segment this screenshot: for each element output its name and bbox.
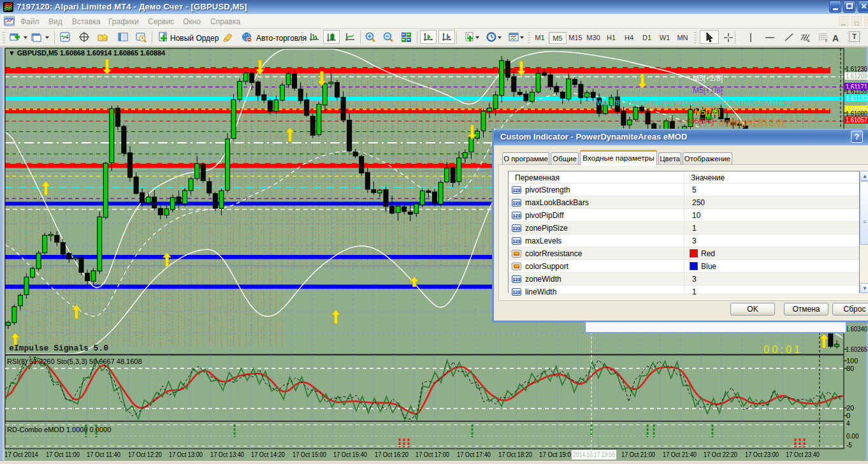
svg-text:17 Oct 12:20: 17 Oct 12:20 [128, 451, 162, 458]
svg-text:M5[7/8]: M5[7/8] [695, 108, 720, 117]
svg-text:-5: -5 [846, 442, 852, 449]
svg-text:17 Oct 15:00: 17 Oct 15:00 [293, 451, 326, 458]
svg-text:eImpulse Signals 5.0: eImpulse Signals 5.0 [9, 344, 108, 353]
svg-text:17 Oct 19:0: 17 Oct 19:0 [539, 451, 571, 458]
svg-text:17 Oct 15:40: 17 Oct 15:40 [333, 451, 367, 458]
svg-text:17 Oct 23:00: 17 Oct 23:00 [745, 451, 779, 458]
svg-text:RSI(8) 51.2260 Sto(5,3,3) 50.: RSI(8) 51.2260 Sto(5,3,3) 50.6667 48.160… [7, 358, 142, 365]
svg-text:17 Oct 11:00: 17 Oct 11:00 [46, 451, 80, 458]
svg-text:17 Oct 22:20: 17 Oct 22:20 [704, 451, 737, 458]
svg-text:17 Oct 17:40: 17 Oct 17:40 [457, 451, 491, 458]
svg-text:17 Oct 23:40: 17 Oct 23:40 [786, 451, 820, 458]
svg-text:1.61209: 1.61209 [846, 72, 867, 80]
svg-text:100: 100 [846, 357, 858, 365]
svg-text:17 Oct 16:20: 17 Oct 16:20 [375, 451, 409, 458]
svg-text:▼ GBPUSD,M5 1.60868 1.60914 1: ▼ GBPUSD,M5 1.60868 1.60914 1.60865 1.60… [8, 49, 165, 57]
svg-text:W1[1/8] D1SUP H4RES H1RES M30R: W1[1/8] D1SUP H4RES H1RES M30RES M15RES … [597, 99, 792, 106]
svg-text:M5[+1/8]: M5[+1/8] [693, 86, 723, 95]
svg-text:20: 20 [846, 404, 854, 412]
svg-text:17 Oct 18:20: 17 Oct 18:20 [498, 451, 532, 458]
svg-text:2014.10.17 19:55: 2014.10.17 19:55 [573, 451, 615, 458]
svg-text:17 Oct 14:20: 17 Oct 14:20 [251, 451, 285, 458]
svg-text:17 Oct 17:00: 17 Oct 17:00 [416, 451, 449, 458]
svg-text:17 Oct 13:40: 17 Oct 13:40 [210, 451, 244, 458]
svg-text:F: F [825, 39, 828, 43]
svg-text:Bollinger(20,2,0): Bollinger(20,2,0) [719, 117, 785, 127]
svg-text:M5[5/8]: M5[5/8] [688, 117, 714, 126]
svg-text:1.61133: 1.61133 [846, 94, 867, 102]
svg-text:1.61230: 1.61230 [846, 65, 867, 73]
svg-text:1.61057: 1.61057 [846, 116, 867, 124]
svg-text:17 Oct 21:40: 17 Oct 21:40 [663, 451, 697, 458]
svg-text:M5[+2/8]: M5[+2/8] [693, 74, 723, 83]
svg-text:17 Oct 13:00: 17 Oct 13:00 [169, 451, 203, 458]
svg-text:80: 80 [846, 365, 854, 372]
svg-text:17 Oct 21:00: 17 Oct 21:00 [621, 451, 655, 458]
svg-text:00:01: 00:01 [763, 344, 802, 355]
svg-text:17 Oct 11:40: 17 Oct 11:40 [87, 451, 120, 458]
svg-text:E: E [807, 39, 810, 43]
svg-text:17 Oct 2014: 17 Oct 2014 [4, 451, 38, 458]
svg-text:0.00: 0.00 [846, 433, 859, 440]
svg-text:1.60265: 1.60265 [846, 345, 867, 353]
svg-text:RD-Combo eMOD 1.0000 0.0000: RD-Combo eMOD 1.0000 0.0000 [7, 426, 111, 433]
svg-text:4: 4 [846, 420, 850, 427]
svg-text:1.60340: 1.60340 [846, 325, 867, 333]
